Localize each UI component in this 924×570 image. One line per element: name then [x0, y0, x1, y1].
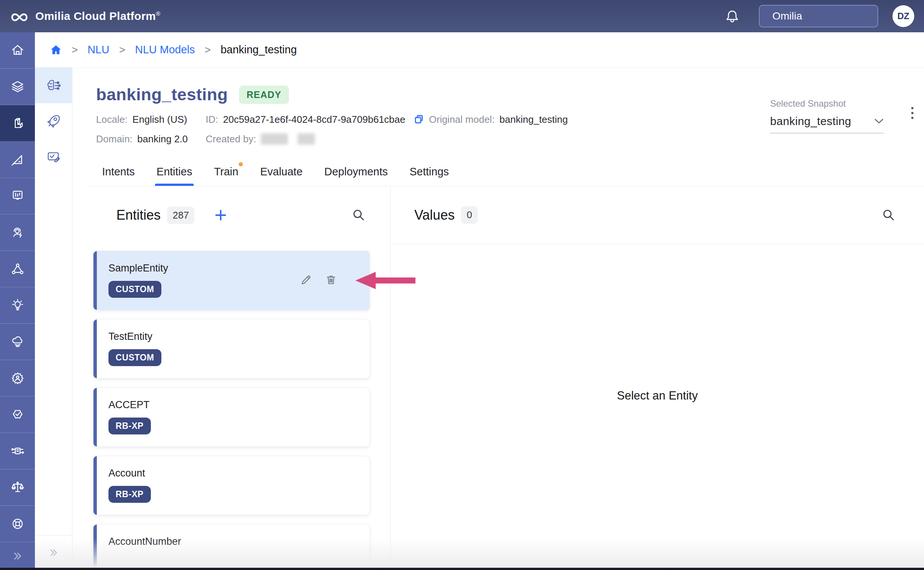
entity-card-accountnumber[interactable]: AccountNumber — [93, 524, 370, 570]
kebab-menu-icon[interactable] — [911, 107, 913, 119]
entity-name: ACCEPT — [108, 399, 369, 411]
values-count-badge: 0 — [461, 206, 477, 224]
breadcrumb-separator: > — [205, 44, 211, 56]
plus-icon — [214, 208, 228, 222]
tab-evaluate[interactable]: Evaluate — [260, 158, 302, 186]
cloud-stream-icon — [11, 335, 24, 348]
tab-intents[interactable]: Intents — [102, 158, 135, 186]
model-tabs: Intents Entities Train Evaluate Deployme… — [72, 158, 924, 186]
domain-value: banking 2.0 — [137, 133, 188, 145]
breadcrumb-link-nlu[interactable]: NLU — [87, 44, 109, 56]
id-label: ID: — [206, 114, 218, 126]
sidebar-item-design[interactable] — [0, 142, 35, 178]
entity-card-account[interactable]: Account RB-XP — [93, 456, 370, 515]
model-header: banking_testing READY Locale: English (U… — [72, 67, 924, 158]
expand-chevrons-icon — [48, 547, 59, 558]
redacted-created-by — [261, 133, 288, 144]
entities-panel: Entities 287 SampleEntity CUSTOM — [72, 186, 390, 570]
breadcrumb-link-nlu-models[interactable]: NLU Models — [135, 44, 195, 56]
edit-entity-button[interactable] — [299, 274, 312, 286]
entity-name: AccountNumber — [108, 536, 369, 547]
sidebar-item-legal[interactable] — [0, 469, 35, 506]
search-icon — [881, 208, 896, 222]
secondary-sidebar-expand-button[interactable] — [35, 535, 72, 570]
entity-type-badge: RB-XP — [108, 418, 151, 434]
secondary-sidebar — [35, 67, 72, 570]
rocket-icon — [46, 114, 61, 129]
entity-card-testentity[interactable]: TestEntity CUSTOM — [93, 319, 370, 378]
entity-card-accept[interactable]: ACCEPT RB-XP — [93, 388, 370, 447]
breadcrumb-current-page: banking_testing — [221, 44, 297, 56]
copy-id-button[interactable] — [414, 114, 425, 125]
breadcrumb-separator: > — [119, 44, 125, 56]
entities-count-badge: 287 — [167, 207, 194, 224]
expand-chevrons-icon — [12, 550, 24, 562]
tab-deployments[interactable]: Deployments — [324, 158, 388, 186]
sidebar-item-support[interactable] — [0, 506, 35, 542]
sidebar-item-graph[interactable] — [0, 251, 35, 287]
sidebar-item-annotation[interactable] — [35, 139, 72, 175]
graph-nodes-icon — [11, 262, 24, 276]
sidebar-item-agents[interactable] — [0, 215, 35, 251]
search-icon — [352, 208, 366, 222]
badge-check-icon — [11, 408, 24, 421]
snapshot-value: banking_testing — [770, 115, 851, 128]
entities-search-button[interactable] — [352, 208, 366, 222]
copy-icon — [414, 114, 425, 125]
trash-icon — [325, 274, 337, 286]
original-model-value: banking_testing — [499, 114, 568, 126]
entity-name: SampleEntity — [108, 262, 369, 274]
user-avatar[interactable]: DZ — [892, 5, 914, 27]
lifebuoy-icon — [11, 517, 24, 530]
delete-entity-button[interactable] — [325, 274, 337, 286]
sidebar-item-home[interactable] — [0, 32, 35, 69]
values-empty-message: Select an Entity — [391, 389, 924, 403]
entity-type-badge: RB-XP — [108, 486, 151, 503]
selected-snapshot-label: Selected Snapshot — [770, 98, 884, 109]
sidebar-item-builder[interactable] — [0, 105, 35, 142]
sidebar-item-deploy[interactable] — [35, 103, 72, 139]
sidebar-item-quality[interactable] — [0, 397, 35, 433]
avatar-initials: DZ — [897, 11, 909, 21]
form-check-icon — [46, 149, 61, 164]
snapshot-selector-block: Selected Snapshot banking_testing — [770, 98, 884, 133]
primary-sidebar-expand-button[interactable] — [0, 542, 35, 570]
tab-entities[interactable]: Entities — [156, 158, 192, 186]
add-entity-button[interactable] — [214, 208, 228, 222]
entity-name: Account — [108, 467, 369, 479]
omilia-cloud-logo-icon — [8, 8, 29, 24]
original-model-label: Original model: — [429, 114, 495, 126]
tab-settings[interactable]: Settings — [409, 158, 449, 186]
values-panel: Values 0 Select an Entity — [390, 186, 924, 570]
agent-headset-icon — [11, 226, 24, 239]
locale-label: Locale: — [96, 114, 128, 126]
notifications-bell-icon[interactable] — [725, 9, 739, 23]
sidebar-item-nlu[interactable] — [35, 67, 72, 103]
entity-type-badge: CUSTOM — [108, 349, 161, 366]
primary-sidebar — [0, 32, 35, 570]
breadcrumb-home-icon[interactable] — [50, 44, 62, 56]
sidebar-item-models[interactable] — [0, 69, 35, 105]
entity-type-badge: CUSTOM — [108, 281, 161, 298]
locale-value: English (US) — [133, 114, 187, 126]
train-notification-dot — [239, 162, 243, 166]
circuit-icon — [11, 444, 24, 458]
sidebar-item-integrations[interactable] — [0, 433, 35, 469]
snapshot-dropdown[interactable]: banking_testing — [770, 115, 884, 133]
set-square-icon — [11, 153, 24, 166]
home-icon — [11, 44, 24, 57]
entity-card-sampleentity[interactable]: SampleEntity CUSTOM — [93, 251, 370, 310]
sidebar-item-feedback[interactable] — [0, 178, 35, 215]
redacted-created-by — [298, 133, 315, 144]
brain-circuit-icon — [46, 78, 61, 93]
sidebar-item-admin[interactable] — [0, 360, 35, 397]
main-content: banking_testing READY Locale: English (U… — [72, 67, 924, 570]
building-block-icon — [11, 116, 24, 130]
tab-train[interactable]: Train — [214, 158, 238, 186]
screenshot-bottom-edge — [0, 568, 924, 570]
values-search-button[interactable] — [881, 208, 896, 222]
sidebar-item-insights[interactable] — [0, 287, 35, 324]
sidebar-item-cloud[interactable] — [0, 324, 35, 360]
domain-label: Domain: — [96, 133, 133, 145]
organization-selector[interactable]: Omilia — [759, 5, 878, 28]
